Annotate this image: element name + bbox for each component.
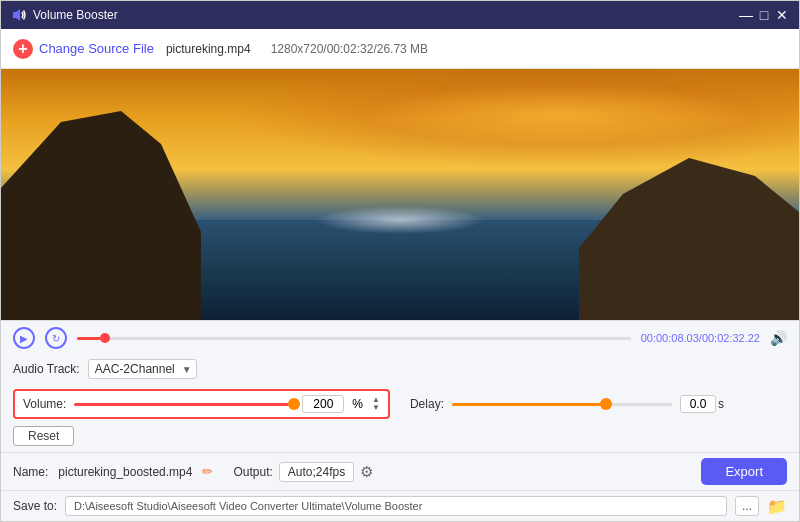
delay-value-wrap: s xyxy=(680,395,724,413)
delay-label: Delay: xyxy=(410,397,444,411)
export-button[interactable]: Export xyxy=(701,458,787,485)
audio-track-row: Audio Track: AAC-2Channel AAC-Stereo MP3… xyxy=(1,355,799,385)
save-to-label: Save to: xyxy=(13,499,57,513)
name-label: Name: xyxy=(13,465,48,479)
delay-slider[interactable] xyxy=(452,403,672,406)
title-bar: Volume Booster — □ ✕ xyxy=(1,1,799,29)
volume-percent-input[interactable] xyxy=(302,395,344,413)
video-preview xyxy=(1,69,799,320)
progress-bar[interactable] xyxy=(77,337,631,340)
save-path: D:\Aiseesoft Studio\Aiseesoft Video Conv… xyxy=(65,496,727,516)
gear-icon[interactable]: ⚙ xyxy=(360,463,373,481)
reset-button[interactable]: Reset xyxy=(13,426,74,446)
audio-track-label: Audio Track: xyxy=(13,362,80,376)
close-button[interactable]: ✕ xyxy=(775,8,789,22)
volume-spinner: ▲ ▼ xyxy=(372,396,380,412)
output-file-name: pictureking_boosted.mp4 xyxy=(58,465,192,479)
folder-icon-button[interactable]: 📁 xyxy=(767,497,787,516)
window-title: Volume Booster xyxy=(33,8,118,22)
plus-icon: + xyxy=(13,39,33,59)
app-window: Volume Booster — □ ✕ + Change Source Fil… xyxy=(0,0,800,522)
browse-button[interactable]: ... xyxy=(735,496,759,516)
reset-row: Reset xyxy=(1,423,799,452)
video-area xyxy=(1,69,799,320)
maximize-button[interactable]: □ xyxy=(757,8,771,22)
change-source-label: Change Source File xyxy=(39,41,154,56)
delay-slider-thumb xyxy=(600,398,612,410)
edit-icon[interactable]: ✏ xyxy=(202,464,213,479)
title-bar-controls: — □ ✕ xyxy=(739,8,789,22)
volume-icon[interactable]: 🔊 xyxy=(770,330,787,346)
progress-thumb xyxy=(100,333,110,343)
toolbar: + Change Source File pictureking.mp4 128… xyxy=(1,29,799,69)
delay-unit: s xyxy=(718,397,724,411)
change-source-button[interactable]: + Change Source File xyxy=(13,39,154,59)
app-icon xyxy=(11,7,27,23)
svg-marker-0 xyxy=(13,9,20,21)
time-display: 00:00:08.03/00:02:32.22 xyxy=(641,332,760,344)
file-info: pictureking.mp4 1280x720/00:02:32/26.73 … xyxy=(166,42,428,56)
play-button[interactable]: ▶ xyxy=(13,327,35,349)
delay-input[interactable] xyxy=(680,395,716,413)
volume-delay-row: Volume: % ▲ ▼ Delay: s xyxy=(1,385,799,423)
audio-track-select[interactable]: AAC-2Channel AAC-Stereo MP3 xyxy=(88,359,197,379)
output-value: Auto;24fps xyxy=(279,462,354,482)
volume-slider[interactable] xyxy=(74,403,294,406)
time-total: 00:02:32.22 xyxy=(702,332,760,344)
save-row: Save to: D:\Aiseesoft Studio\Aiseesoft V… xyxy=(1,490,799,521)
delay-slider-fill xyxy=(452,403,606,406)
audio-track-select-wrapper: AAC-2Channel AAC-Stereo MP3 ▼ xyxy=(88,359,197,379)
title-bar-left: Volume Booster xyxy=(11,7,118,23)
controls-bar: ▶ ↻ 00:00:08.03/00:02:32.22 🔊 xyxy=(1,320,799,355)
volume-section: Volume: % ▲ ▼ xyxy=(13,389,390,419)
minimize-button[interactable]: — xyxy=(739,8,753,22)
volume-slider-thumb xyxy=(288,398,300,410)
output-label-section: Output: Auto;24fps ⚙ xyxy=(233,462,373,482)
file-meta: 1280x720/00:02:32/26.73 MB xyxy=(271,42,428,56)
delay-section: Delay: s xyxy=(410,395,724,413)
loop-button[interactable]: ↻ xyxy=(45,327,67,349)
volume-unit: % xyxy=(352,397,363,411)
output-bar: Name: pictureking_boosted.mp4 ✏ Output: … xyxy=(1,452,799,490)
volume-label: Volume: xyxy=(23,397,66,411)
time-current: 00:00:08.03 xyxy=(641,332,699,344)
volume-decrement-button[interactable]: ▼ xyxy=(372,404,380,412)
volume-slider-fill xyxy=(74,403,294,406)
file-name: pictureking.mp4 xyxy=(166,42,251,56)
output-label: Output: xyxy=(233,465,272,479)
